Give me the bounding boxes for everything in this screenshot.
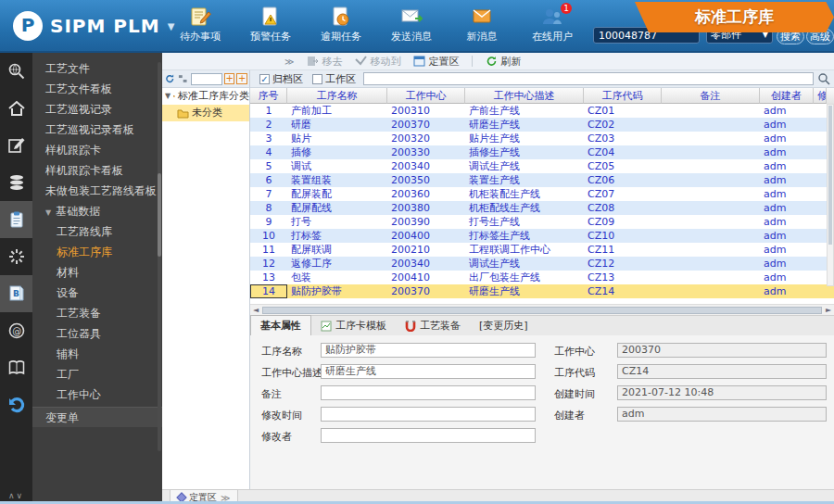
hscroll-thumb[interactable] [262,307,822,314]
tab-4[interactable]: [变更历史] [470,316,537,335]
column-header[interactable]: 创建者 [760,88,814,104]
table-cell: 返修工序 [287,257,387,271]
book-icon[interactable] [0,349,32,386]
sidebar-item-5[interactable]: 样机跟踪卡 [32,140,162,160]
support-icon[interactable]: @ [0,312,32,349]
sidebar-item-16[interactable]: 工厂 [32,364,162,384]
header-button-2[interactable]: 预警任务 [242,6,299,48]
sidebar-item-4[interactable]: 工艺巡视记录看板 [32,120,162,140]
collapse-icon[interactable]: ≫ [284,57,294,67]
scroll-right-icon[interactable]: ► [823,306,834,314]
form-field-创建时间[interactable]: 2021-07-12 10:48 [617,385,827,400]
tab-3[interactable]: 工艺装备 [396,316,470,335]
header-button-3[interactable]: 逾期任务 [312,6,370,48]
table-vscrollbar[interactable] [827,104,834,286]
tree-root[interactable]: ▼ 标准工序库分类 [162,88,249,105]
tree-layers-icon[interactable] [177,73,188,84]
table-row[interactable]: 1产前加工200310产前生产线CZ01adm [250,104,834,118]
search-globe-icon[interactable] [0,53,32,90]
column-header[interactable]: 备注 [662,88,760,104]
table-row[interactable]: 7配屏装配200360机柜装配生产线CZ07adm [250,187,834,201]
header-button-1[interactable]: 待办事项 [171,6,229,48]
column-header[interactable]: 工作中心描述 [465,88,584,104]
header-button-6[interactable]: 在线用户1 [524,6,581,48]
column-header[interactable]: 工作中心 [387,88,465,104]
header-button-4[interactable]: 发送消息 [383,6,440,48]
column-header[interactable]: 工序名称 [287,88,387,104]
move-to-button[interactable]: 移动到 [355,55,400,69]
tab-label: 工序卡模板 [335,319,386,333]
column-header[interactable]: 工序代码 [584,88,662,104]
undo-icon[interactable] [0,386,32,423]
table-hscrollbar[interactable]: ◄ ► [250,304,834,315]
table-row[interactable]: 4插修200330插修生产线CZ04adm [250,145,834,159]
caret-down-icon[interactable]: ▼ [165,88,171,105]
edit-icon[interactable] [0,127,32,164]
table-row[interactable]: 6装置组装200350装置生产线CZ06adm [250,173,834,187]
sidebar-item-3[interactable]: 工艺巡视记录 [32,99,162,120]
table-row[interactable]: 8配屏配线200380机柜配线生产线CZ08adm [250,201,834,215]
menu-scrollbar[interactable] [158,62,161,451]
sidebar-item-label: 材料 [57,266,79,279]
workspace-checkbox[interactable] [312,74,322,84]
sidebar-item-13[interactable]: 工艺装备 [32,303,162,323]
search-icon[interactable] [817,72,830,85]
table-row[interactable]: 9打号200390打号生产线CZ09adm [250,215,834,229]
sidebar-item-label: 工艺路线库 [57,225,112,238]
table-row[interactable]: 3贴片200320贴片生产线CZ03adm [250,132,834,145]
sidebar-item-6[interactable]: 样机跟踪卡看板 [32,160,162,181]
form-field-工作中心描述[interactable]: 研磨生产线 [321,364,536,379]
table-row[interactable]: 13包装200410出厂包装生产线CZ13adm [250,271,834,284]
rail-scroll-arrows[interactable]: ∧∨ [0,491,32,500]
sidebar-item-9[interactable]: 工艺路线库 [32,221,162,242]
sidebar-item-8[interactable]: ▼基础数据 [32,201,162,221]
sidebar-item-7[interactable]: 未做包装工艺路线看板 [32,181,162,201]
app-window: P SIPM PLM ▼ 待办事项预警任务逾期任务发送消息新消息在线用户1 零部… [0,0,834,504]
report-icon[interactable]: B [0,275,32,312]
sidebar-item-18[interactable]: 变更单 [32,407,162,427]
form-field-创建者[interactable]: adm [617,407,827,422]
home-icon[interactable] [0,90,32,127]
tree-expand-button[interactable]: + [224,73,235,84]
database-icon[interactable] [0,164,32,201]
form-field-工序名称[interactable]: 贴防护胶带 [321,343,536,358]
table-row[interactable]: 5调试200340调试生产线CZ05adm [250,159,834,173]
scroll-left-icon[interactable]: ◄ [250,306,261,314]
sidebar-item-14[interactable]: 工位器具 [32,323,162,344]
sidebar-item-11[interactable]: 材料 [32,262,162,283]
sidebar-item-15[interactable]: 辅料 [32,344,162,364]
table-row[interactable]: 2研磨200370研磨生产线CZ02adm [250,118,834,132]
tab-1[interactable]: 基本属性 [250,315,311,335]
refresh-button[interactable]: 刷新 [486,55,521,69]
tree-add-button[interactable]: + [236,73,247,84]
tree-node-unclassified[interactable]: 未分类 [162,105,249,121]
clipboard-icon[interactable] [0,201,32,238]
column-header[interactable]: 序号 [250,88,287,104]
sidebar-item-17[interactable]: 工作中心 [32,384,162,405]
move-out-button[interactable]: 移去 [307,55,342,69]
table-filter-input[interactable] [363,72,814,85]
form-field-工序代码[interactable]: CZ14 [617,364,827,379]
table-row[interactable]: 14贴防护胶带200370研磨生产线CZ14adm [250,284,834,298]
sidebar-item-2[interactable]: 工艺文件看板 [32,79,162,99]
form-field-工作中心[interactable]: 200370 [617,343,827,358]
table-cell: CZ10 [584,229,662,243]
tree-filter-input[interactable] [191,73,222,85]
form-field-备注[interactable] [321,385,536,400]
sidebar-item-1[interactable]: 工艺文件 [32,58,162,79]
tab-2[interactable]: 工序卡模板 [311,316,396,335]
form-field-修改者[interactable] [321,428,536,443]
table-row[interactable]: 10打标签200400打标签生产线CZ10adm [250,229,834,243]
spinner-icon[interactable] [0,238,32,275]
app-logo[interactable]: P SIPM PLM ▼ [13,11,174,41]
tree-refresh-icon[interactable] [164,73,175,84]
archive-checkbox[interactable]: ✓ [259,74,270,84]
header-button-5[interactable]: 新消息 [453,6,511,48]
column-header[interactable]: 修改者 [814,88,827,104]
table-row[interactable]: 11配屏联调200210工程联调工作中心CZ11adm [250,243,834,257]
sidebar-item-10[interactable]: 标准工序库 [32,242,162,262]
pinned-area-button[interactable]: 定置区 [413,55,459,69]
sidebar-item-12[interactable]: 设备 [32,283,162,303]
form-field-修改时间[interactable] [321,407,536,422]
table-row[interactable]: 12返修工序200340调试生产线CZ12adm [250,257,834,271]
